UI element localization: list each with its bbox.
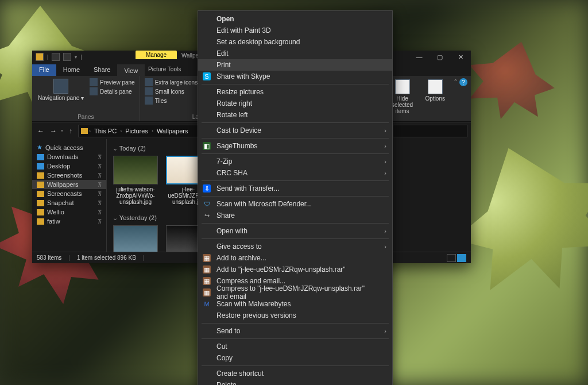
details-pane-button[interactable]: Details pane xyxy=(88,87,136,96)
file-thumbnail[interactable]: julietta-watson-ZnxbpAIVxWo-unsplash.jpg xyxy=(113,156,158,205)
tree-item[interactable]: Snapchat⊼ xyxy=(32,198,106,207)
tab-file[interactable]: File xyxy=(32,64,56,76)
menu-separator xyxy=(202,196,389,197)
label: Desktop xyxy=(47,163,70,170)
tab-home[interactable]: Home xyxy=(56,64,87,76)
ribbon-group-panes: Navigation pane ▾ Preview pane Details p… xyxy=(32,76,140,121)
tree-quick-access[interactable]: ★ Quick access xyxy=(32,143,106,152)
folder-icon xyxy=(37,163,44,170)
menu-item[interactable]: 🛡Scan with Microsoft Defender... xyxy=(198,198,392,210)
menu-item[interactable]: Resize pictures xyxy=(198,86,392,98)
chevron-right-icon[interactable]: › xyxy=(152,128,153,134)
file-thumbnail[interactable] xyxy=(113,225,158,252)
menu-item[interactable]: ◧SageThumbs› xyxy=(198,140,392,152)
label: Quick access xyxy=(45,144,83,151)
tree-item[interactable]: Downloads⊼ xyxy=(32,152,106,161)
manage-contextual-tab[interactable]: Manage xyxy=(136,51,177,59)
menu-item[interactable]: Copy xyxy=(198,352,392,364)
menu-item[interactable]: ▦Compress to "j-lee-ueDSMrJZRqw-unsplash… xyxy=(198,287,392,298)
qat-button[interactable] xyxy=(63,53,71,61)
menu-separator xyxy=(202,223,389,224)
menu-item[interactable]: 7-Zip› xyxy=(198,156,392,167)
menu-item[interactable]: MScan with Malwarebytes xyxy=(198,298,392,310)
menu-item[interactable]: Delete xyxy=(198,379,392,385)
forward-button[interactable]: → xyxy=(48,126,59,136)
tree-item[interactable]: Screencasts⊼ xyxy=(32,189,106,198)
menu-item[interactable]: Restore previous versions xyxy=(198,310,392,321)
menu-item[interactable]: Give access to› xyxy=(198,241,392,252)
pin-icon[interactable]: ⊼ xyxy=(98,154,102,160)
history-dropdown-icon[interactable]: ▾ xyxy=(61,128,63,133)
menu-item[interactable]: Print xyxy=(198,59,392,71)
pin-icon[interactable]: ⊼ xyxy=(98,218,102,225)
menu-item-icon: ↪ xyxy=(203,211,211,220)
menu-item-label: Edit with Paint 3D xyxy=(216,26,271,34)
menu-item-icon: ▦ xyxy=(203,288,211,297)
menu-item[interactable]: SShare with Skype xyxy=(198,71,392,82)
qat-button[interactable] xyxy=(52,53,60,61)
menu-item[interactable]: ▦Add to archive... xyxy=(198,252,392,264)
chevron-right-icon[interactable]: › xyxy=(120,128,122,134)
tree-item[interactable]: Wellio⊼ xyxy=(32,207,106,217)
close-button[interactable]: ✕ xyxy=(450,51,471,63)
menu-item-label: Share with Skype xyxy=(216,72,270,80)
icons-icon xyxy=(145,78,153,86)
context-menu: OpenEdit with Paint 3DSet as desktop bac… xyxy=(198,10,393,385)
menu-item[interactable]: Rotate left xyxy=(198,109,392,121)
menu-item[interactable]: CRC SHA› xyxy=(198,167,392,179)
tree-item[interactable]: Desktop⊼ xyxy=(32,161,106,171)
tab-share[interactable]: Share xyxy=(87,64,117,76)
file-name: julietta-watson-ZnxbpAIVxWo-unsplash.jpg xyxy=(113,186,158,205)
crumb-this-pc[interactable]: This PC xyxy=(92,128,119,134)
up-button[interactable]: ↑ xyxy=(65,126,76,136)
tree-item[interactable]: Screenshots⊼ xyxy=(32,171,106,180)
qat-dropdown-icon[interactable]: ▾ xyxy=(75,55,77,60)
large-icons-view-icon[interactable] xyxy=(457,254,466,262)
folder-icon xyxy=(81,128,88,134)
pin-icon[interactable]: ⊼ xyxy=(98,172,102,179)
pin-icon[interactable]: ⊼ xyxy=(98,209,102,215)
menu-item[interactable]: Create shortcut xyxy=(198,368,392,379)
details-view-icon[interactable] xyxy=(447,254,456,262)
label: Screenshots xyxy=(47,172,82,179)
menu-item[interactable]: Cast to Device› xyxy=(198,125,392,136)
crumb-wallpapers[interactable]: Wallpapers xyxy=(154,128,191,134)
menu-item[interactable]: ⇩Send with Transfer... xyxy=(198,183,392,194)
tab-picture-tools[interactable]: Picture Tools xyxy=(148,64,181,76)
folder-icon xyxy=(37,154,44,160)
tab-view[interactable]: View xyxy=(117,64,145,76)
back-button[interactable]: ← xyxy=(36,126,46,136)
navigation-pane-button[interactable]: Navigation pane ▾ xyxy=(36,78,86,114)
crumb-pictures[interactable]: Pictures xyxy=(123,128,150,134)
menu-item-label: Delete xyxy=(216,381,237,385)
menu-item[interactable]: ▦Add to "j-lee-ueDSMrJZRqw-unsplash.rar" xyxy=(198,264,392,275)
pin-icon[interactable]: ⊼ xyxy=(98,200,102,206)
pin-icon[interactable]: ⊼ xyxy=(98,163,102,170)
preview-pane-button[interactable]: Preview pane xyxy=(88,78,136,87)
folder-icon xyxy=(37,200,44,206)
menu-item[interactable]: Edit xyxy=(198,48,392,59)
maximize-button[interactable]: ▢ xyxy=(430,51,450,63)
menu-item[interactable]: Send to› xyxy=(198,325,392,337)
tree-item[interactable]: fatiw⊼ xyxy=(32,217,106,226)
submenu-arrow-icon: › xyxy=(384,328,386,334)
options-button[interactable]: Options xyxy=(423,78,447,103)
pin-icon[interactable]: ⊼ xyxy=(98,191,102,197)
menu-item[interactable]: Rotate right xyxy=(198,98,392,109)
help-icon[interactable]: ? xyxy=(459,78,467,86)
minimize-button[interactable]: — xyxy=(409,51,430,63)
menu-item[interactable]: Open with› xyxy=(198,225,392,237)
menu-item[interactable]: Edit with Paint 3D xyxy=(198,25,392,36)
menu-item[interactable]: ↪Share xyxy=(198,210,392,221)
menu-separator xyxy=(202,122,389,123)
search-input[interactable] xyxy=(393,125,467,137)
thumbnail-image xyxy=(113,225,158,252)
menu-item[interactable]: Cut xyxy=(198,341,392,352)
menu-item[interactable]: Set as desktop background xyxy=(198,36,392,48)
chevron-right-icon[interactable]: › xyxy=(89,128,91,134)
navigation-tree[interactable]: ★ Quick access Downloads⊼Desktop⊼Screens… xyxy=(32,139,107,252)
tree-item[interactable]: Wallpapers⊼ xyxy=(32,180,106,189)
pin-icon[interactable]: ⊼ xyxy=(98,182,102,188)
collapse-ribbon-icon[interactable]: ⌃ xyxy=(453,78,458,86)
menu-item[interactable]: Open xyxy=(198,13,392,25)
